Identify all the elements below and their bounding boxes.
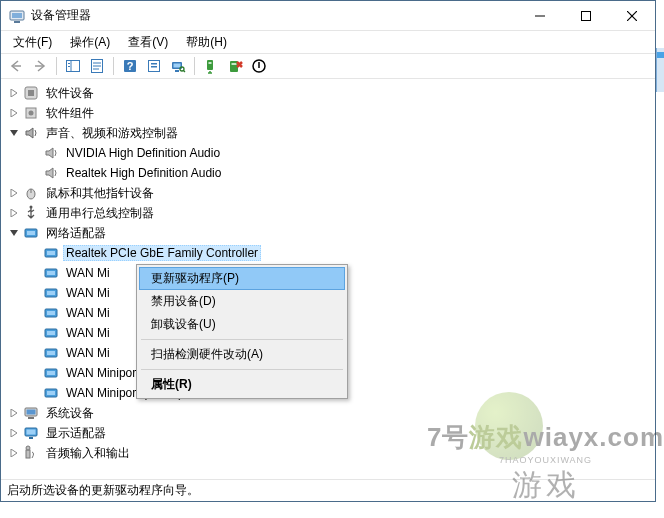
svg-point-25 bbox=[180, 67, 184, 71]
svg-rect-40 bbox=[27, 231, 35, 235]
show-hide-tree-button[interactable] bbox=[62, 55, 84, 77]
chevron-down-icon[interactable] bbox=[7, 126, 21, 140]
svg-rect-20 bbox=[151, 63, 157, 65]
svg-rect-46 bbox=[47, 291, 55, 295]
speaker-icon bbox=[43, 165, 59, 181]
menu-view[interactable]: 查看(V) bbox=[120, 32, 176, 53]
window-controls bbox=[517, 1, 655, 30]
app-icon bbox=[9, 8, 25, 24]
svg-rect-28 bbox=[209, 62, 212, 64]
tree-node-nvidia-audio[interactable]: NVIDIA High Definition Audio bbox=[27, 143, 655, 163]
adjacent-window-edge bbox=[656, 48, 664, 92]
tree-node-software-devices[interactable]: 软件设备 bbox=[7, 83, 655, 103]
properties-button[interactable] bbox=[86, 55, 108, 77]
svg-rect-1 bbox=[12, 13, 22, 18]
ctx-separator bbox=[141, 339, 343, 340]
svg-rect-54 bbox=[47, 371, 55, 375]
back-button[interactable] bbox=[5, 55, 27, 77]
tree-node-realtek-audio[interactable]: Realtek High Definition Audio bbox=[27, 163, 655, 183]
svg-rect-30 bbox=[232, 63, 237, 65]
update-driver-button[interactable] bbox=[200, 55, 222, 77]
disable-button[interactable] bbox=[248, 55, 270, 77]
tree-node-display-adapters[interactable]: 显示适配器 bbox=[7, 423, 655, 443]
status-text: 启动所选设备的更新驱动程序向导。 bbox=[7, 482, 199, 499]
display-icon bbox=[23, 425, 39, 441]
context-menu: 更新驱动程序(P) 禁用设备(D) 卸载设备(U) 扫描检测硬件改动(A) 属性… bbox=[136, 264, 348, 399]
svg-rect-58 bbox=[27, 410, 36, 415]
svg-line-26 bbox=[184, 71, 186, 73]
statusbar: 启动所选设备的更新驱动程序向导。 bbox=[1, 479, 655, 501]
svg-rect-63 bbox=[26, 450, 30, 458]
ctx-separator bbox=[141, 369, 343, 370]
tree-node-audio-io[interactable]: 音频输入和输出 bbox=[7, 443, 655, 463]
tree-node-system-devices[interactable]: 系统设备 bbox=[7, 403, 655, 423]
chevron-right-icon[interactable] bbox=[7, 446, 21, 460]
menubar: 文件(F) 操作(A) 查看(V) 帮助(H) bbox=[1, 31, 655, 53]
forward-button[interactable] bbox=[29, 55, 51, 77]
network-adapter-icon bbox=[43, 245, 59, 261]
maximize-button[interactable] bbox=[563, 1, 609, 30]
uninstall-button[interactable] bbox=[224, 55, 246, 77]
tree-node-usb-controllers[interactable]: 通用串行总线控制器 bbox=[7, 203, 655, 223]
component-icon bbox=[23, 105, 39, 121]
svg-rect-2 bbox=[14, 21, 20, 23]
svg-rect-48 bbox=[47, 311, 55, 315]
svg-point-35 bbox=[29, 111, 34, 116]
menu-help[interactable]: 帮助(H) bbox=[178, 32, 235, 53]
tree-node-software-components[interactable]: 软件组件 bbox=[7, 103, 655, 123]
options-button[interactable] bbox=[143, 55, 165, 77]
svg-rect-44 bbox=[47, 271, 55, 275]
chevron-right-icon[interactable] bbox=[7, 406, 21, 420]
network-adapter-icon bbox=[43, 365, 59, 381]
network-adapter-icon bbox=[43, 305, 59, 321]
network-adapter-icon bbox=[43, 385, 59, 401]
svg-rect-61 bbox=[27, 430, 36, 435]
chevron-down-icon[interactable] bbox=[7, 226, 21, 240]
menu-file[interactable]: 文件(F) bbox=[5, 32, 60, 53]
audio-io-icon bbox=[23, 445, 39, 461]
menu-action[interactable]: 操作(A) bbox=[62, 32, 118, 53]
scan-hardware-button[interactable] bbox=[167, 55, 189, 77]
chevron-right-icon[interactable] bbox=[7, 186, 21, 200]
network-adapter-icon bbox=[43, 285, 59, 301]
network-adapter-icon bbox=[43, 345, 59, 361]
ctx-properties[interactable]: 属性(R) bbox=[139, 373, 345, 396]
tree-node-network-adapters[interactable]: 网络适配器 bbox=[7, 223, 655, 243]
svg-rect-27 bbox=[207, 60, 213, 70]
chevron-right-icon[interactable] bbox=[7, 426, 21, 440]
tree-node-sound-controllers[interactable]: 声音、视频和游戏控制器 bbox=[7, 123, 655, 143]
chevron-right-icon[interactable] bbox=[7, 106, 21, 120]
computer-icon bbox=[23, 405, 39, 421]
usb-icon bbox=[23, 205, 39, 221]
svg-rect-52 bbox=[47, 351, 55, 355]
ctx-scan-hardware[interactable]: 扫描检测硬件改动(A) bbox=[139, 343, 345, 366]
help-button[interactable]: ? bbox=[119, 55, 141, 77]
mouse-icon bbox=[23, 185, 39, 201]
ctx-disable-device[interactable]: 禁用设备(D) bbox=[139, 290, 345, 313]
svg-rect-59 bbox=[28, 417, 34, 419]
chevron-right-icon[interactable] bbox=[7, 86, 21, 100]
tree-node-realtek-nic[interactable]: Realtek PCIe GbE Family Controller bbox=[27, 243, 655, 263]
svg-rect-23 bbox=[174, 64, 181, 68]
svg-rect-11 bbox=[68, 63, 70, 64]
svg-rect-62 bbox=[29, 437, 33, 439]
titlebar: 设备管理器 bbox=[1, 1, 655, 31]
tree-node-mice[interactable]: 鼠标和其他指针设备 bbox=[7, 183, 655, 203]
software-icon bbox=[23, 85, 39, 101]
svg-point-38 bbox=[30, 206, 33, 209]
svg-rect-21 bbox=[151, 66, 157, 68]
network-adapter-icon bbox=[43, 265, 59, 281]
network-adapter-icon bbox=[23, 225, 39, 241]
svg-rect-12 bbox=[68, 66, 70, 67]
chevron-right-icon[interactable] bbox=[7, 206, 21, 220]
svg-point-64 bbox=[26, 446, 30, 450]
minimize-button[interactable] bbox=[517, 1, 563, 30]
close-button[interactable] bbox=[609, 1, 655, 30]
speaker-icon bbox=[43, 145, 59, 161]
ctx-update-driver[interactable]: 更新驱动程序(P) bbox=[139, 267, 345, 290]
device-manager-window: 设备管理器 文件(F) 操作(A) 查看(V) 帮助(H) bbox=[0, 0, 656, 502]
svg-rect-4 bbox=[582, 11, 591, 20]
ctx-uninstall-device[interactable]: 卸载设备(U) bbox=[139, 313, 345, 336]
network-adapter-icon bbox=[43, 325, 59, 341]
toolbar: ? bbox=[1, 53, 655, 79]
